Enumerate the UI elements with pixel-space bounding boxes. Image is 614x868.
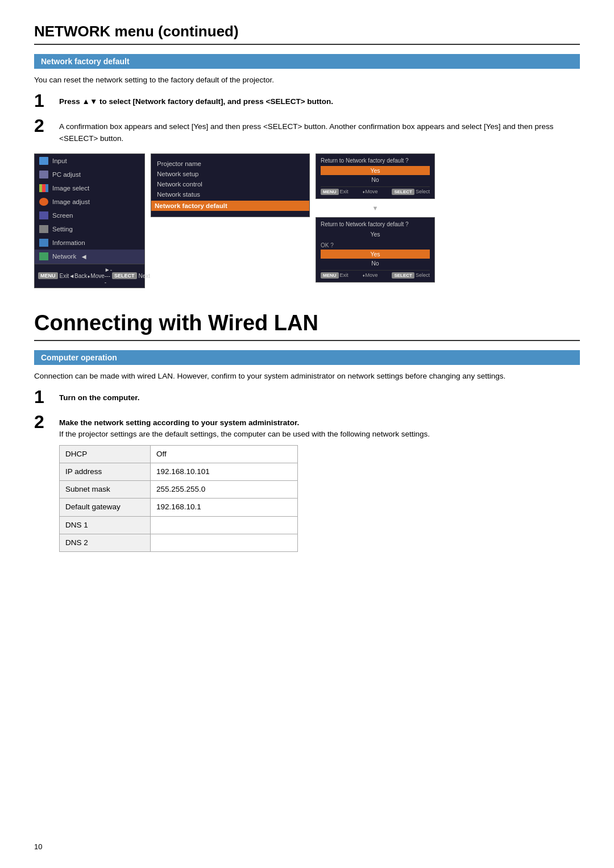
image-adjust-icon <box>39 198 48 206</box>
setting-icon <box>39 225 48 233</box>
confirm-box-1-footer: MENU Exit ⬧Move SELECT Select <box>321 186 430 195</box>
confirm-box-1-title: Return to Network factory default ? <box>321 157 430 164</box>
menu-item-image-select[interactable]: Image select <box>35 181 144 195</box>
option-network-control[interactable]: Network control <box>157 179 304 189</box>
table-row: DHCPOff <box>60 445 298 463</box>
section2-description: Connection can be made with wired LAN. H… <box>34 371 580 382</box>
section1-title: NETWORK menu (continued) <box>34 23 580 45</box>
step1: 1 Press ▲▼ to select [Network factory de… <box>34 94 580 110</box>
option-network-status[interactable]: Network status <box>157 189 304 200</box>
confirm-box-2-title: Return to Network factory default ? <box>321 221 430 227</box>
section2-step2: 2 Make the network setting according to … <box>34 415 580 552</box>
input-icon <box>39 157 48 165</box>
menu-item-network[interactable]: Network ◄ <box>35 250 144 264</box>
table-row: Default gateway192.168.10.1 <box>60 499 298 516</box>
image-select-icon <box>39 184 48 192</box>
confirm-box-2: Return to Network factory default ? Yes … <box>316 217 435 283</box>
menu-item-input[interactable]: Input <box>35 154 144 168</box>
table-cell-setting: DHCP <box>60 445 151 463</box>
section2: Connecting with Wired LAN Computer opera… <box>34 311 580 552</box>
options-panel: Projector name Network setup Network con… <box>151 153 310 217</box>
table-cell-setting: Default gateway <box>60 499 151 516</box>
menu-item-information[interactable]: Information <box>35 236 144 250</box>
table-row: DNS 1 <box>60 516 298 534</box>
screen-icon <box>39 211 48 219</box>
step1-number: 1 <box>34 92 59 110</box>
section2-title: Connecting with Wired LAN <box>34 311 580 341</box>
step2-content: A confirmation box appears and select [Y… <box>59 119 580 144</box>
network-icon <box>39 252 48 260</box>
section2-step1-content: Turn on the computer. <box>59 390 580 404</box>
confirm-box-1: Return to Network factory default ? Yes … <box>316 153 435 199</box>
section2-step2-number: 2 <box>34 413 59 431</box>
table-cell-setting: IP address <box>60 463 151 480</box>
step1-content: Press ▲▼ to select [Network factory defa… <box>59 94 580 107</box>
option-network-factory-default[interactable]: Network factory default <box>151 201 309 211</box>
menu-item-pc-adjust[interactable]: PC adjust <box>35 168 144 181</box>
table-row: DNS 2 <box>60 534 298 551</box>
option-network-setup[interactable]: Network setup <box>157 169 304 179</box>
section2-step2-content: Make the network setting according to yo… <box>59 415 580 552</box>
table-cell-value: Off <box>151 445 298 463</box>
network-arrow: ◄ <box>80 252 88 261</box>
menu-screenshot: Input PC adjust Image select Image adjus… <box>34 153 580 288</box>
info-icon <box>39 239 48 247</box>
table-cell-setting: DNS 1 <box>60 516 151 534</box>
menu-item-setting[interactable]: Setting <box>35 222 144 236</box>
option-projector-name[interactable]: Projector name <box>157 159 304 169</box>
menu-panel: Input PC adjust Image select Image adjus… <box>34 153 145 288</box>
confirm-ok-label: OK ? <box>321 242 430 248</box>
confirm-yes-1[interactable]: Yes <box>321 166 430 175</box>
pc-icon <box>39 171 48 178</box>
table-cell-setting: DNS 2 <box>60 534 151 551</box>
subsection1-header: Network factory default <box>34 54 580 69</box>
table-cell-value <box>151 534 298 551</box>
table-row: Subnet mask255.255.255.0 <box>60 481 298 499</box>
table-cell-value: 192.168.10.101 <box>151 463 298 480</box>
table-cell-value: 255.255.255.0 <box>151 481 298 499</box>
confirm-yes-2[interactable]: Yes <box>321 230 430 239</box>
section1: NETWORK menu (continued) Network factory… <box>34 23 580 288</box>
confirm-boxes: Return to Network factory default ? Yes … <box>316 153 435 283</box>
confirm-box-2-footer: MENU Exit ⬧Move SELECT Select <box>321 270 430 279</box>
step2: 2 A confirmation box appears and select … <box>34 119 580 144</box>
step2-number: 2 <box>34 117 59 135</box>
table-cell-value <box>151 516 298 534</box>
section2-step1: 1 Turn on the computer. <box>34 390 580 406</box>
menu-bottom-bar: MENU Exit ◄Back ⬧Move ►----- SELECT Next <box>35 264 144 288</box>
table-cell-setting: Subnet mask <box>60 481 151 499</box>
table-cell-value: 192.168.10.1 <box>151 499 298 516</box>
subsection2-header: Computer operation <box>34 350 580 365</box>
confirm-no-1[interactable]: No <box>321 175 430 184</box>
confirm-down-arrow: ▼ <box>372 205 379 211</box>
menu-item-image-adjust[interactable]: Image adjust <box>35 195 144 209</box>
confirm-ok-yes[interactable]: Yes <box>321 250 430 259</box>
page-number: 10 <box>34 842 42 851</box>
network-settings-table: DHCPOffIP address192.168.10.101Subnet ma… <box>59 445 298 553</box>
table-row: IP address192.168.10.101 <box>60 463 298 480</box>
confirm-ok-no[interactable]: No <box>321 259 430 268</box>
section1-description: You can reset the network setting to the… <box>34 74 580 86</box>
section2-step1-number: 1 <box>34 388 59 406</box>
menu-item-screen[interactable]: Screen <box>35 209 144 222</box>
